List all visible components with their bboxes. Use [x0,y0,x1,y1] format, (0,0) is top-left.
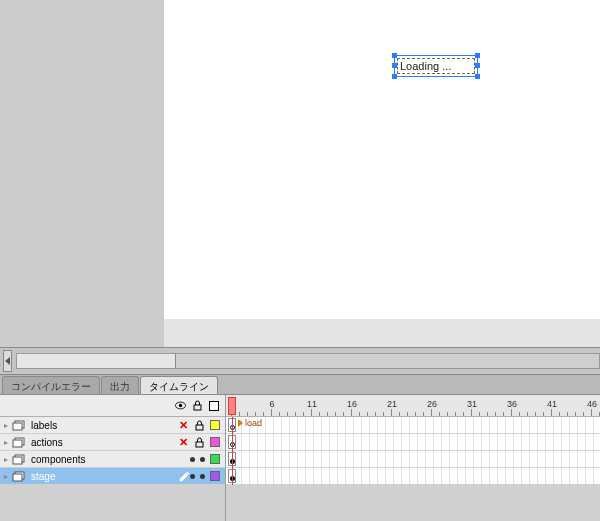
layer-name[interactable]: labels [29,420,178,431]
layer-row[interactable]: actions✕ [0,434,225,451]
visibility-off-icon[interactable]: ✕ [178,419,189,432]
layer-color-swatch[interactable] [210,454,220,464]
text-content[interactable]: Loading ... [397,58,475,74]
keyframe[interactable] [228,418,236,432]
svg-rect-3 [194,405,201,410]
resize-handle[interactable] [475,74,480,79]
tab-timeline[interactable]: タイムライン [140,376,218,394]
app-root: Loading ... コンパイルエラー 出力 タイムライン [0,0,600,521]
expand-toggle[interactable] [0,455,12,464]
layer-icon [12,470,26,482]
ruler-label: 26 [427,399,437,409]
keyframe[interactable] [228,435,236,449]
resize-handle[interactable] [475,53,480,58]
layers-column: labels✕actions✕componentsstage [0,395,226,521]
svg-rect-13 [13,474,22,481]
frames-footer [226,485,600,521]
ruler-label: 31 [467,399,477,409]
svg-rect-8 [13,440,22,447]
ruler-label: 36 [507,399,517,409]
layer-row[interactable]: labels✕ [0,417,225,434]
outline-toggle-icon[interactable] [209,401,219,411]
expand-toggle[interactable] [0,421,12,430]
scrollbar-thumb[interactable] [175,354,599,368]
svg-rect-9 [196,442,203,447]
frame-row[interactable] [226,468,600,485]
resize-handle[interactable] [475,63,480,68]
document-area: Loading ... [0,0,600,347]
visibility-dot-icon[interactable] [190,474,195,479]
playhead[interactable] [228,397,236,415]
layers-header [0,395,225,417]
timeline-panel: labels✕actions✕componentsstage 161116212… [0,394,600,521]
visibility-dot-icon[interactable] [190,457,195,462]
lock-dot-icon[interactable] [200,474,205,479]
lock-dot-icon[interactable] [200,457,205,462]
ruler-label: 6 [269,399,274,409]
panel-divider[interactable] [0,347,600,375]
stage-wrap: Loading ... [164,0,600,347]
layer-icon [12,436,26,448]
ruler-label: 11 [307,399,317,409]
svg-rect-6 [196,425,203,430]
resize-handle[interactable] [392,74,397,79]
frame-row[interactable] [226,451,600,468]
lock-icon[interactable] [194,420,205,431]
tab-compiler-errors[interactable]: コンパイルエラー [2,376,100,394]
tab-output[interactable]: 出力 [101,376,139,394]
pasteboard-bottom [164,319,600,347]
layer-icon [12,419,26,431]
frame-row[interactable]: load [226,417,600,434]
frame-row[interactable] [226,434,600,451]
layer-color-swatch[interactable] [210,471,220,481]
layer-name[interactable]: stage [29,471,179,482]
layer-name[interactable]: components [29,454,190,465]
layer-color-swatch[interactable] [210,420,220,430]
frames-column: 161116212631364146 load [226,395,600,521]
svg-point-2 [179,404,182,407]
pasteboard-left [0,0,164,347]
expand-toggle[interactable] [0,438,12,447]
layers-footer [0,485,225,521]
ruler-label: 46 [587,399,597,409]
svg-marker-0 [5,357,10,365]
eye-icon[interactable] [175,400,186,411]
ruler-label: 16 [347,399,357,409]
layer-name[interactable]: actions [29,437,178,448]
layer-row[interactable]: stage [0,468,225,485]
horizontal-scrollbar[interactable] [16,353,600,369]
layer-color-swatch[interactable] [210,437,220,447]
svg-rect-11 [13,457,22,464]
keyframe[interactable] [228,452,236,466]
pencil-icon [179,471,190,482]
selected-text-field[interactable]: Loading ... [394,55,478,77]
bottom-panel: コンパイルエラー 出力 タイムライン labels✕actions✕compon… [0,375,600,521]
layer-icon [12,453,26,465]
layer-row[interactable]: components [0,451,225,468]
panel-tabs: コンパイルエラー 出力 タイムライン [0,375,600,394]
visibility-off-icon[interactable]: ✕ [178,436,189,449]
lock-icon[interactable] [192,400,203,411]
lock-icon[interactable] [194,437,205,448]
collapse-toggle[interactable] [3,350,12,372]
svg-rect-5 [13,423,22,430]
keyframe[interactable] [228,469,236,483]
stage[interactable]: Loading ... [164,0,600,319]
frame-ruler[interactable]: 161116212631364146 [226,395,600,417]
frame-label[interactable]: load [238,418,262,428]
ruler-label: 21 [387,399,397,409]
ruler-label: 41 [547,399,557,409]
expand-toggle[interactable] [0,472,12,481]
